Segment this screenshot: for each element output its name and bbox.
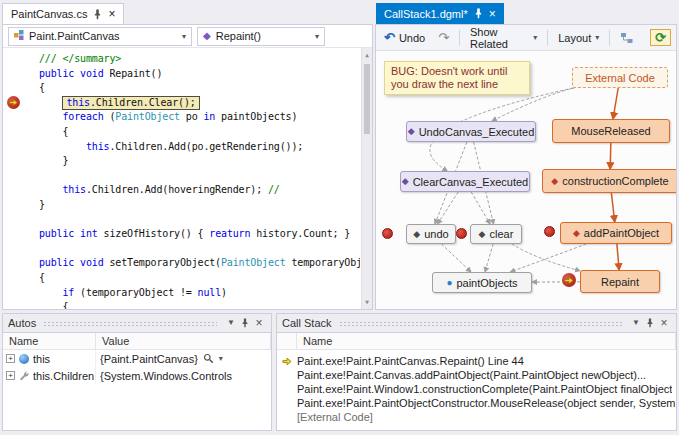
- callstack-frame[interactable]: Paint.exe!Paint.PaintObjectConstructor.M…: [277, 396, 676, 410]
- code-line[interactable]: [39, 242, 360, 257]
- pin-icon[interactable]: [93, 9, 102, 20]
- variable-value: {System.Windows.Controls: [100, 370, 232, 382]
- variable-value: {Paint.PaintCanvas}: [100, 353, 198, 365]
- graph-edge: [438, 192, 459, 224]
- code-line[interactable]: -}: [39, 198, 360, 213]
- code-line[interactable]: this.Children.Add(hoveringRender); //: [39, 183, 360, 198]
- method-icon: ◆: [203, 31, 211, 41]
- scroll-down-icon[interactable]: ▼: [362, 297, 372, 307]
- code-token: (temporaryObject !=: [74, 287, 197, 298]
- magnifier-icon[interactable]: [203, 353, 214, 364]
- member-dropdown[interactable]: ◆ Repaint() ▾: [197, 27, 325, 46]
- autos-header[interactable]: Autos ▼ ×: [3, 314, 271, 333]
- callstack-frame[interactable]: Paint.exe!Paint.Canvas.addPaintObject(Pa…: [277, 368, 676, 382]
- column-header-value[interactable]: Value: [96, 333, 271, 349]
- graph-node-repaint[interactable]: Repaint: [580, 270, 660, 293]
- tab-callstack-dgml[interactable]: CallStack1.dgml* ×: [376, 3, 504, 24]
- graph-node-undoEx[interactable]: ◆UndoCanvas_Executed: [406, 121, 536, 142]
- toolbar-separator: [609, 30, 610, 46]
- code-token: [39, 287, 62, 298]
- undo-button[interactable]: ↶Undo: [381, 29, 428, 46]
- redo-button[interactable]: ↷: [435, 29, 452, 46]
- callstack-frame[interactable]: [External Code]: [277, 410, 676, 424]
- scroll-up-icon[interactable]: ▲: [362, 50, 372, 60]
- close-icon[interactable]: ×: [108, 8, 115, 20]
- code-token: reaturn: [209, 228, 250, 239]
- pin-icon[interactable]: [238, 316, 252, 330]
- graph-edge: [610, 143, 611, 169]
- event-red-dot[interactable]: [382, 228, 393, 239]
- graph-edge: [510, 244, 586, 272]
- autos-row[interactable]: +this.Children{System.Windows.Controls: [3, 367, 271, 384]
- code-line[interactable]: }: [39, 154, 360, 169]
- code-line[interactable]: [39, 169, 360, 184]
- code-line[interactable]: this.Children.Add(po.getRendering());: [39, 140, 360, 155]
- window-position-icon[interactable]: ▼: [224, 316, 238, 330]
- diamond-red-icon: ◆: [551, 177, 558, 186]
- scrollbar-thumb[interactable]: [364, 64, 370, 134]
- expand-icon[interactable]: +: [6, 371, 15, 380]
- graph-node-construction[interactable]: ◆constructionComplete: [542, 169, 676, 193]
- code-line[interactable]: foreach (PaintObject po in paintObjects): [39, 110, 360, 125]
- editor-scrollbar[interactable]: ▲ ▼: [361, 48, 372, 309]
- autos-rows: +this{Paint.PaintCanvas}▾+this.Children{…: [3, 350, 271, 384]
- frame-text: Paint.exe!Paint.Window1.constructionComp…: [297, 383, 672, 395]
- code-line[interactable]: public void Repaint(): [39, 67, 360, 82]
- event-red-dot[interactable]: [456, 228, 467, 239]
- note-line: you draw the next line: [391, 78, 523, 91]
- graph-node-addPaint[interactable]: ◆addPaintObject: [560, 222, 672, 244]
- frame-text: Paint.exe!Paint.Canvas.addPaintObject(Pa…: [297, 369, 646, 381]
- chevron-down-icon[interactable]: ▾: [219, 354, 223, 363]
- close-icon[interactable]: ×: [657, 316, 671, 330]
- code-token: setTemporaryObject(: [104, 257, 221, 268]
- show-related-dropdown[interactable]: Show Related▾: [467, 24, 540, 52]
- graph-body: ↶Undo ↷ Show Related▾ Layout▾ ⟳: [375, 24, 677, 310]
- type-dropdown[interactable]: Paint.PaintCanvas ▾: [8, 27, 192, 46]
- close-icon[interactable]: ×: [489, 8, 496, 20]
- refresh-layout-button[interactable]: ⟳: [650, 29, 671, 46]
- tab-paintcanvas-cs[interactable]: PaintCanvas.cs ×: [2, 3, 124, 24]
- callstack-frame[interactable]: Paint.exe!Paint.Window1.constructionComp…: [277, 382, 676, 396]
- code-line[interactable]: -{: [39, 81, 360, 96]
- graph-node-clear[interactable]: ◆clear: [470, 224, 522, 244]
- code-line[interactable]: /// </summary>: [39, 52, 360, 67]
- code-line[interactable]: this.Children.Clear();: [39, 96, 360, 111]
- graph-node-external[interactable]: External Code: [572, 67, 668, 88]
- pin-icon[interactable]: [474, 8, 483, 19]
- callstack-frame[interactable]: Paint.exe!Paint.PaintCanvas.Repaint() Li…: [277, 354, 676, 368]
- member-name: Repaint(): [216, 30, 261, 42]
- code-line[interactable]: public void setTemporaryObject(PaintObje…: [39, 256, 360, 271]
- pin-icon[interactable]: [643, 316, 657, 330]
- column-header-name[interactable]: Name: [3, 333, 96, 349]
- code-line[interactable]: public int sizeOfHistory() { reaturn his…: [39, 227, 360, 242]
- close-icon[interactable]: ×: [252, 316, 266, 330]
- graph-canvas[interactable]: BUG: Doesn't work until you draw the nex…: [376, 51, 676, 309]
- window-position-icon[interactable]: ▼: [629, 316, 643, 330]
- graph-node-mouse[interactable]: MouseReleased: [552, 119, 670, 143]
- code-token: {: [39, 272, 45, 283]
- graph-node-paintObjects[interactable]: ●paintObjects: [432, 272, 532, 293]
- graph-node-undo[interactable]: ◆undo: [406, 224, 456, 244]
- layout-direction-button[interactable]: [617, 30, 636, 46]
- code-token: /// </summary>: [39, 53, 121, 64]
- code-token: PaintObject: [115, 111, 180, 122]
- node-label: paintObjects: [456, 277, 517, 289]
- code-token: [39, 141, 86, 152]
- code-line[interactable]: [39, 213, 360, 228]
- callstack-header[interactable]: Call Stack ▼ ×: [277, 314, 676, 333]
- autos-row[interactable]: +this{Paint.PaintCanvas}▾: [3, 350, 271, 367]
- column-header-name[interactable]: Name: [297, 333, 676, 349]
- expand-icon[interactable]: +: [6, 354, 15, 363]
- graph-node-clearEx[interactable]: ◆ClearCanvas_Executed: [400, 171, 530, 192]
- breakpoint-current-icon[interactable]: [7, 96, 20, 109]
- editor-navbar: Paint.PaintCanvas ▾ ◆ Repaint() ▾: [3, 25, 372, 48]
- layout-dropdown[interactable]: Layout▾: [555, 30, 602, 46]
- code-editor[interactable]: /// </summary>public void Repaint()-{ th…: [3, 48, 372, 309]
- event-red-dot[interactable]: [544, 226, 555, 237]
- code-line[interactable]: {: [39, 300, 360, 309]
- code-line[interactable]: if (temporaryObject != null): [39, 286, 360, 301]
- code-line[interactable]: {: [39, 125, 360, 140]
- code-line[interactable]: -{: [39, 271, 360, 286]
- graph-pane: CallStack1.dgml* × ↶Undo ↷ Show Related▾…: [375, 3, 677, 310]
- bug-note[interactable]: BUG: Doesn't work until you draw the nex…: [384, 61, 530, 95]
